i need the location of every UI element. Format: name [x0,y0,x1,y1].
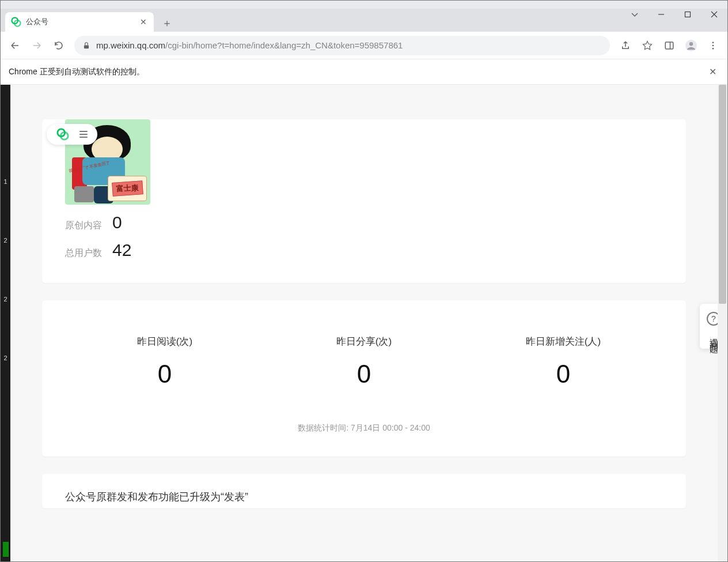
svg-point-11 [712,47,714,49]
window-minimize-icon[interactable] [648,5,674,24]
stat-original-label: 原创内容 [65,220,102,232]
stat-users-label: 总用户数 [65,247,102,259]
forward-button[interactable] [27,36,47,55]
chevron-down-icon[interactable] [621,5,648,24]
bookmark-star-icon[interactable] [638,36,657,55]
avatar-case-label: 富士康 [112,180,143,197]
hamburger-icon [79,131,88,138]
wechat-mp-favicon [11,17,21,27]
stat-users-row: 总用户数 42 [65,240,686,260]
back-button[interactable] [5,36,25,55]
vertical-scrollbar[interactable] [718,85,727,561]
left-gutter-indicator [3,542,9,557]
window-close-icon[interactable] [701,5,727,24]
notice-text: 公众号原群发和发布功能已升级为“发表” [65,491,248,503]
floating-menu-pill[interactable] [47,124,97,145]
metric-follow-label: 昨日新增关注(人) [464,335,663,348]
kebab-menu-icon[interactable] [703,36,723,55]
metric-read-value: 0 [65,360,264,389]
url-text: mp.weixin.qq.com/cgi-bin/home?t=home/ind… [96,40,403,50]
stat-original-value: 0 [112,213,122,232]
metric-share: 昨日分享(次) 0 [264,335,464,389]
new-tab-button[interactable]: ＋ [158,14,176,32]
metric-share-label: 昨日分享(次) [264,335,464,348]
url-host: mp.weixin.qq.com [96,40,165,50]
notice-card: 公众号原群发和发布功能已升级为“发表” [42,474,686,508]
page-content: 我来进厂了 不发简历了 富士康 原创内容 0 总用户数 42 昨日阅读(次) 0 [10,85,718,561]
wechat-logo-icon [56,128,69,141]
toolbar-right-icons [616,36,723,55]
stats-time-note: 数据统计时间: 7月14日 00:00 - 24:00 [65,423,663,433]
lock-icon [82,42,90,50]
metrics-row: 昨日阅读(次) 0 昨日分享(次) 0 昨日新增关注(人) 0 [65,335,663,389]
account-card: 我来进厂了 不发简历了 富士康 原创内容 0 总用户数 42 [42,119,686,283]
metric-follow: 昨日新增关注(人) 0 [464,335,663,389]
profile-avatar-icon[interactable] [681,36,701,55]
side-panel-icon[interactable] [659,36,679,55]
window-maximize-icon[interactable] [674,5,701,24]
tab-close-icon[interactable]: ✕ [139,17,148,27]
scrollbar-thumb[interactable] [719,85,726,304]
stat-original-row: 原创内容 0 [65,213,686,232]
share-icon[interactable] [616,36,635,55]
reload-button[interactable] [49,36,69,55]
left-gutter: 1 2 2 2 [1,85,10,561]
tab-title: 公众号 [26,17,134,27]
browser-toolbar: mp.weixin.qq.com/cgi-bin/home?t=home/ind… [1,32,727,59]
automation-infobar: Chrome 正受到自动测试软件的控制。 ✕ [1,59,727,85]
tab-strip: 公众号 ✕ ＋ [1,9,727,32]
daily-stats-card: 昨日阅读(次) 0 昨日分享(次) 0 昨日新增关注(人) 0 数据统计时间: … [42,300,686,457]
chrome-window: 公众号 ✕ ＋ mp.weixin.qq.com/cgi-bin/home?t=… [0,0,728,562]
page-viewport: 1 2 2 2 [1,85,727,561]
window-controls [621,1,727,28]
url-path: /cgi-bin/home?t=home/index&lang=zh_CN&to… [165,40,403,50]
stat-users-value: 42 [112,240,131,260]
infobar-message: Chrome 正受到自动测试软件的控制。 [9,67,145,77]
infobar-close-icon[interactable]: ✕ [706,65,719,79]
window-titlebar [1,1,727,9]
address-bar[interactable]: mp.weixin.qq.com/cgi-bin/home?t=home/ind… [74,36,610,55]
svg-point-8 [689,42,693,46]
metric-share-value: 0 [264,360,464,389]
metric-read: 昨日阅读(次) 0 [65,335,264,389]
svg-point-10 [712,44,714,46]
browser-tab[interactable]: 公众号 ✕ [5,12,154,32]
metric-follow-value: 0 [464,360,663,389]
metric-read-label: 昨日阅读(次) [65,335,264,348]
svg-rect-4 [84,45,89,48]
svg-point-9 [712,42,714,43]
svg-rect-3 [685,12,691,17]
svg-rect-5 [665,42,673,49]
